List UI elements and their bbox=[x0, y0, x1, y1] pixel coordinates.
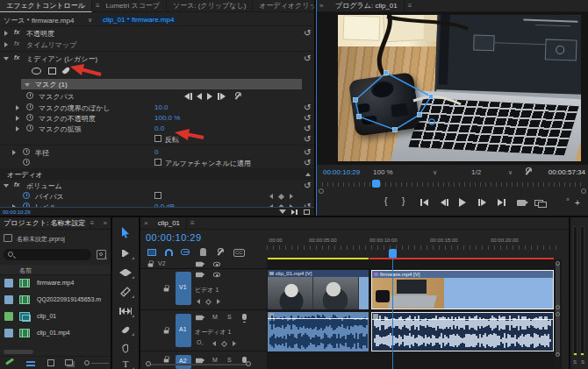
label-chip[interactable] bbox=[4, 312, 13, 321]
scrub-handle-right[interactable] bbox=[581, 188, 586, 194]
clip-video-firmware[interactable]: firmware.mp4 [V] bbox=[371, 270, 554, 309]
twirl-icon[interactable] bbox=[12, 150, 16, 155]
param-value[interactable]: 10.0 bbox=[154, 103, 169, 111]
track-keyframe-nav[interactable] bbox=[197, 299, 220, 304]
scroll-handle[interactable] bbox=[146, 361, 151, 366]
panel-menu-icon[interactable]: ≡ bbox=[90, 219, 95, 227]
lock-icon[interactable] bbox=[164, 288, 169, 292]
stopwatch-icon[interactable] bbox=[23, 192, 30, 199]
track-target-a2[interactable]: A2 bbox=[176, 355, 191, 369]
twirl-icon[interactable] bbox=[25, 83, 30, 87]
tab-source[interactable]: ソース: (クリップなし) bbox=[167, 0, 253, 12]
step-forward-button[interactable] bbox=[478, 199, 486, 206]
toggle-track-output-icon[interactable] bbox=[213, 262, 220, 267]
mute-button[interactable]: M bbox=[212, 357, 218, 363]
track-select-forward-tool[interactable] bbox=[112, 245, 139, 261]
panel-overflow-icon[interactable]: » bbox=[104, 219, 107, 227]
play-button[interactable] bbox=[459, 198, 466, 207]
twirl-icon[interactable] bbox=[4, 57, 9, 60]
ripple-edit-tool[interactable] bbox=[112, 265, 139, 280]
track-mask-back-1-button[interactable] bbox=[184, 93, 192, 100]
mask-tracking-options-icon[interactable] bbox=[233, 92, 241, 100]
nest-toggle-icon[interactable] bbox=[147, 249, 156, 256]
timeline-playhead-line[interactable] bbox=[392, 256, 393, 369]
panel-menu-icon[interactable]: ≡ bbox=[408, 2, 412, 10]
track-mask-fwd-button[interactable] bbox=[207, 93, 212, 100]
panel-menu-icon[interactable]: ≡ bbox=[190, 219, 195, 227]
header-scrollbar-track[interactable] bbox=[148, 364, 250, 365]
pen-tool[interactable] bbox=[112, 322, 139, 337]
lock-icon[interactable] bbox=[164, 359, 169, 363]
solo-button[interactable]: S bbox=[227, 357, 232, 363]
twirl-icon[interactable] bbox=[4, 184, 9, 188]
zoom-level-select[interactable]: 100 % bbox=[373, 168, 393, 176]
panel-overflow-icon[interactable]: » bbox=[319, 2, 323, 10]
chevron-down-icon[interactable]: ∨ bbox=[433, 169, 437, 176]
fx-badge-icon[interactable]: fx bbox=[14, 39, 19, 47]
alpha-checkbox[interactable] bbox=[154, 159, 161, 166]
volume-rubber-band[interactable] bbox=[268, 318, 369, 319]
close-icon[interactable]: × bbox=[140, 219, 152, 227]
project-item-clip01-seq[interactable]: clip_01 bbox=[0, 309, 111, 325]
stopwatch-icon[interactable] bbox=[26, 124, 33, 131]
search-input[interactable] bbox=[4, 249, 91, 260]
scroll-handle[interactable] bbox=[556, 352, 560, 357]
linked-selection-icon[interactable] bbox=[181, 249, 190, 255]
zoom-slider-handle[interactable] bbox=[84, 360, 90, 365]
rect-mask-tool-icon[interactable] bbox=[48, 67, 56, 75]
meter-solo-right[interactable]: S bbox=[581, 359, 584, 365]
label-chip[interactable] bbox=[4, 329, 13, 337]
button-editor-overflow-icon[interactable]: » bbox=[566, 196, 570, 202]
track-source-icon[interactable] bbox=[196, 273, 203, 278]
program-playhead[interactable] bbox=[372, 180, 380, 188]
horizontal-scrollbar[interactable] bbox=[4, 350, 33, 354]
reset-param-icon[interactable]: ↺ bbox=[304, 133, 311, 145]
clip-audio-firmware[interactable] bbox=[371, 312, 554, 351]
selection-tool[interactable] bbox=[112, 224, 139, 240]
ellipse-mask-tool-icon[interactable] bbox=[32, 67, 41, 75]
scroll-handle[interactable] bbox=[556, 261, 560, 266]
mark-out-button[interactable]: } bbox=[402, 196, 405, 206]
item-name[interactable]: clip_01 bbox=[37, 313, 56, 319]
zoom-slider-track[interactable] bbox=[91, 363, 109, 364]
track-label-v2[interactable]: V2 bbox=[158, 260, 166, 266]
keyframe-nav[interactable] bbox=[269, 194, 293, 199]
fx-badge-icon[interactable]: fx bbox=[14, 28, 19, 36]
timeline-settings-icon[interactable] bbox=[216, 248, 224, 256]
list-view-icon[interactable] bbox=[26, 359, 35, 366]
sequence-timecode[interactable]: 00:00:10:29 bbox=[146, 232, 202, 243]
item-name[interactable]: clip_01.mp4 bbox=[37, 330, 70, 336]
name-column-header[interactable]: 名前 bbox=[19, 266, 32, 275]
tab-project[interactable]: プロジェクト: 名称未設定 bbox=[0, 217, 90, 230]
reset-effect-icon[interactable]: ↺ bbox=[304, 27, 311, 39]
play-audio-icon[interactable] bbox=[291, 209, 298, 215]
filter-icon[interactable] bbox=[279, 209, 286, 214]
vertical-scrollbar[interactable] bbox=[556, 259, 560, 369]
keyframe-type-icon[interactable]: O, bbox=[197, 339, 203, 345]
param-value[interactable]: 100.0 % bbox=[154, 114, 180, 122]
reset-effect-icon[interactable]: ↺ bbox=[304, 180, 311, 191]
timeline-ruler[interactable]: :00:00 00:00:05:00 00:00:10:00 00:00:15:… bbox=[267, 230, 562, 259]
lock-icon[interactable] bbox=[164, 330, 169, 334]
captions-icon[interactable]: CC bbox=[233, 249, 245, 257]
stopwatch-icon[interactable] bbox=[26, 103, 33, 110]
hand-tool[interactable] bbox=[112, 340, 139, 356]
stopwatch-icon[interactable] bbox=[26, 92, 33, 99]
tab-program[interactable]: プログラム: clip_01 bbox=[329, 0, 405, 12]
pen-mask-tool-icon[interactable] bbox=[62, 67, 71, 75]
item-name[interactable]: firmware.mp4 bbox=[37, 280, 74, 286]
clip-audio-clip01[interactable] bbox=[268, 312, 369, 351]
twirl-icon[interactable] bbox=[16, 105, 19, 110]
project-item-clip01-mp4[interactable]: clip_01.mp4 bbox=[0, 325, 111, 342]
voiceover-record-icon[interactable] bbox=[242, 314, 247, 320]
collapse-section-icon[interactable] bbox=[305, 173, 311, 176]
lock-icon[interactable] bbox=[148, 264, 154, 267]
stopwatch-icon[interactable] bbox=[26, 114, 33, 121]
playback-resolution-select[interactable]: 1/2 bbox=[471, 168, 481, 176]
track-target-a1[interactable]: A1 bbox=[176, 314, 191, 347]
label-chip[interactable] bbox=[4, 295, 13, 304]
mute-button[interactable]: M bbox=[212, 314, 218, 320]
stopwatch-icon[interactable] bbox=[23, 159, 30, 166]
reset-effect-icon[interactable]: ↺ bbox=[304, 53, 311, 64]
tab-sequence-clip01[interactable]: clip_01 bbox=[152, 217, 187, 230]
